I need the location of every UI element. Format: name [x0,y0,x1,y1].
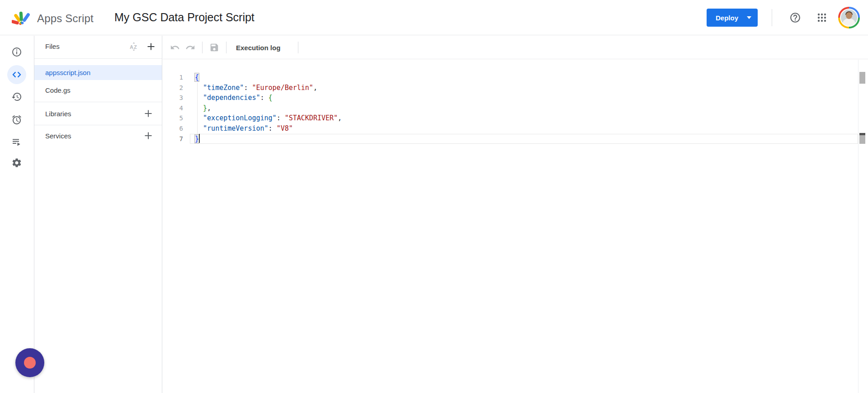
line-number: 1 [163,72,190,83]
deploy-dropdown-caret-icon [747,16,751,19]
indent-guide [197,83,198,134]
execution-log-label: Execution log [236,44,280,52]
file-name: appsscript.json [45,69,90,76]
avatar-photo [841,9,857,26]
sort-files-button[interactable]: A Z [125,37,143,57]
code-line[interactable]: "runtimeVersion": "V8" [190,123,858,134]
code-line[interactable]: { [190,72,858,83]
code-token: "Europe/Berlin" [252,84,313,92]
code-token: "STACKDRIVER" [285,114,338,122]
redo-button[interactable] [181,38,200,57]
sidebar-item-project-history[interactable] [6,86,28,108]
services-section: Services [34,125,162,147]
deploy-button-label: Deploy [716,14,738,22]
code-content[interactable]: { "timeZone": "Europe/Berlin", "dependen… [190,60,858,144]
sidebar-item-executions[interactable] [6,131,28,153]
code-token: , [207,104,211,112]
sidebar-item-overview[interactable] [6,41,28,63]
services-label: Services [45,132,71,140]
google-apps-grid-icon [816,12,827,23]
code-token: "timeZone" [203,84,244,92]
toolbar-divider [226,42,226,53]
apps-script-logo-icon [12,9,32,28]
code-token: : [244,84,252,92]
code-line[interactable]: } [190,134,858,144]
files-panel: Files A Z appsscript.json Code.gs [34,36,162,393]
overview-ruler-scrollbar[interactable] [859,60,868,393]
toolbar-divider [202,42,203,53]
line-number: 7 [163,134,190,144]
code-icon [11,69,23,80]
executions-list-icon [11,137,22,147]
file-row-appsscript-json[interactable]: appsscript.json [34,65,162,80]
code-token: , [313,84,317,92]
add-service-button[interactable] [139,126,157,146]
code-line[interactable]: "exceptionLogging": "STACKDRIVER", [190,113,858,123]
text-cursor [199,134,200,143]
account-avatar[interactable] [838,7,860,28]
gear-icon [11,157,22,168]
libraries-label: Libraries [45,110,71,118]
code-token: "V8" [277,124,293,133]
header-divider [772,9,772,26]
code-token [195,84,203,92]
divider [34,102,162,102]
toolbar-divider [298,42,298,53]
apps-script-home-link[interactable]: Apps Script [12,9,94,28]
code-line[interactable]: }, [190,103,858,114]
help-icon [789,12,801,24]
sort-az-icon: A Z [129,42,139,52]
libraries-section: Libraries [34,103,162,124]
code-token: "dependencies" [203,94,260,102]
line-number: 4 [163,103,190,114]
code-token: { [195,73,199,81]
line-number: 3 [163,93,190,103]
help-button[interactable] [785,8,805,28]
files-panel-header: Files A Z [34,36,162,58]
add-service-icon [143,131,153,141]
code-token: "runtimeVersion" [203,124,269,133]
code-token [195,104,203,112]
feedback-chat-dot-icon [24,357,36,369]
sidebar-item-project-settings[interactable] [6,152,28,174]
line-number: 6 [163,123,190,134]
file-name: Code.gs [45,86,71,94]
code-token: "exceptionLogging" [203,114,277,122]
top-header: Apps Script My GSC Data Project Script D… [0,0,868,35]
add-file-icon [146,42,156,52]
ruler-decoration-current-line [859,135,865,144]
code-line[interactable]: "dependencies": { [190,93,858,103]
ruler-decoration-top [859,72,865,84]
google-apps-button[interactable] [812,8,832,28]
code-token [195,124,203,133]
code-token: , [338,114,342,122]
save-button[interactable] [205,38,224,57]
code-line[interactable]: "timeZone": "Europe/Berlin", [190,83,858,93]
code-editor[interactable]: 1234567 { "timeZone": "Europe/Berlin", "… [163,60,868,393]
save-icon [209,43,219,52]
sidebar-item-triggers[interactable] [6,109,28,131]
sidebar-item-editor[interactable] [6,64,28,85]
file-row-code-gs[interactable]: Code.gs [34,83,162,98]
code-token: } [195,135,199,143]
add-library-button[interactable] [139,104,157,123]
project-title[interactable]: My GSC Data Project Script [114,11,255,24]
deploy-button[interactable]: Deploy [707,9,758,27]
redo-icon [185,43,195,52]
editor-toolbar: Execution log [163,36,868,59]
add-file-button[interactable] [142,37,160,57]
svg-text:A: A [130,44,133,50]
divider [34,58,162,59]
feedback-chat-button[interactable] [15,348,44,377]
left-nav-rail [0,36,34,393]
undo-icon [170,43,180,52]
code-token: } [203,104,207,112]
alarm-clock-icon [11,114,22,125]
code-token: : [277,114,285,122]
svg-text:Z: Z [134,44,137,50]
line-numbers: 1234567 [163,60,190,144]
code-token [195,114,203,122]
execution-log-button[interactable]: Execution log [236,36,280,59]
add-library-icon [143,109,153,118]
files-panel-title: Files [45,43,60,50]
